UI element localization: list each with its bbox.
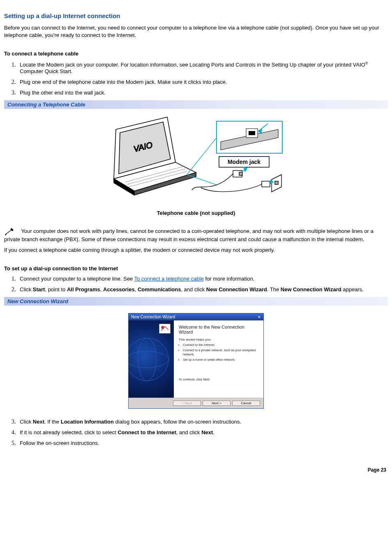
telephone-cable-illustration: VAIO Modem jack — [106, 113, 286, 207]
step-text: Connect your computer to a telephone lin… — [20, 276, 134, 282]
list-item: Click Next. If the Location Information … — [17, 419, 388, 425]
step-text: dialog box appears, follow the on-screen… — [114, 419, 241, 425]
step-text: Click — [20, 286, 33, 292]
svg-point-30 — [161, 326, 164, 329]
wizard-title-text: New Connection Wizard — [131, 315, 175, 319]
bold-text: Connect to the Internet — [118, 429, 176, 435]
registered-mark: ® — [365, 61, 368, 65]
list-item: Plug one end of the telephone cable into… — [17, 79, 388, 85]
step-text: appears. — [341, 286, 364, 292]
list-item: Connect your computer to a telephone lin… — [17, 276, 388, 282]
step-text: , — [135, 286, 138, 292]
step-text: for more information. — [204, 276, 255, 282]
step-text: , and click — [181, 286, 206, 292]
step-text: , and click — [176, 429, 201, 435]
bold-text: New Connection Wizard — [206, 286, 267, 292]
svg-point-27 — [129, 338, 168, 381]
bold-text: Communications — [138, 286, 181, 292]
step-text: . The — [267, 286, 281, 292]
bold-text: Next — [201, 429, 213, 435]
step-text: , point to — [45, 286, 67, 292]
list-item: Plug the other end into the wall jack. — [17, 90, 388, 96]
note-text: Your computer does not work with party l… — [4, 228, 374, 242]
wizard-back-button: < Back — [173, 401, 201, 406]
step-text: Plug one end of the telephone cable into… — [20, 79, 227, 85]
figure-caption-bar: Connecting a Telephone Cable — [4, 100, 388, 109]
wizard-heading: Welcome to the New Connection Wizard — [179, 325, 259, 334]
intro-paragraph: Before you can connect to the Internet, … — [4, 24, 388, 39]
svg-line-10 — [187, 175, 217, 185]
note-splitter: If you connect a telephone cable coming … — [4, 246, 388, 254]
wizard-continue-text: To continue, click Next. — [179, 378, 259, 381]
step-text: . — [213, 429, 214, 435]
steps-dialup: Connect your computer to a telephone lin… — [13, 276, 388, 293]
list-item: Locate the Modem jack on your computer. … — [17, 61, 388, 74]
svg-line-9 — [187, 138, 217, 175]
figure-caption-bar-wizard: New Connection Wizard — [4, 297, 388, 306]
wizard-side-graphic — [129, 320, 174, 398]
svg-rect-23 — [275, 181, 278, 184]
svg-rect-19 — [239, 172, 242, 175]
wizard-cancel-button: Cancel — [232, 401, 260, 406]
wizard-next-button: Next > — [203, 401, 231, 406]
bold-text: All Programs — [67, 286, 100, 292]
bold-text: Start — [33, 286, 45, 292]
list-item: If it is not already selected, click to … — [17, 429, 388, 436]
steps-dialup-cont: Click Next. If the Location Information … — [13, 419, 388, 447]
step-text: Plug the other end into the wall jack. — [20, 90, 106, 96]
svg-point-28 — [129, 351, 168, 368]
subhead-dialup: To set up a dial-up connection to the In… — [4, 265, 388, 272]
bold-text: Accessories — [103, 286, 135, 292]
list-item: Follow the on-screen instructions. — [17, 440, 388, 447]
svg-point-29 — [138, 338, 156, 381]
bold-text: Next — [33, 419, 44, 425]
wizard-figure: New Connection Wizard ✕ Welcome to the N… — [4, 306, 388, 415]
page-number: Page 23 — [4, 467, 388, 473]
step-text: Click — [20, 419, 33, 425]
step-text: If it is not already selected, click to … — [20, 429, 118, 435]
list-item: Click Start, point to All Programs, Acce… — [17, 286, 388, 293]
wizard-side-icon — [159, 324, 171, 334]
note-icon — [4, 228, 16, 236]
wizard-titlebar: New Connection Wizard ✕ — [129, 313, 263, 320]
step-text: Follow the on-screen instructions. — [20, 440, 99, 446]
section-title: Setting up a dial-up Internet connection — [4, 12, 388, 19]
bold-text: Location Information — [61, 419, 114, 425]
wizard-bullet: Connect to a private network, such as yo… — [183, 348, 259, 356]
step-text: Locate the Modem jack on your computer. … — [20, 62, 365, 68]
figure-telephone-cable: VAIO Modem jack — [4, 109, 388, 218]
link-connect-cable[interactable]: To connect a telephone cable — [134, 276, 204, 282]
bold-text: New Connection Wizard — [281, 286, 341, 292]
note-block: Your computer does not work with party l… — [4, 228, 388, 243]
wizard-bullet: Connect to the Internet. — [183, 343, 259, 347]
wizard-lede: This wizard helps you: — [179, 338, 259, 341]
svg-rect-24 — [262, 181, 270, 187]
step-text: Computer Quick Start. — [20, 68, 73, 74]
modem-jack-label: Modem jack — [228, 159, 261, 165]
svg-rect-14 — [249, 131, 255, 135]
figure-caption-text: Telephone cable (not supplied) — [4, 210, 388, 216]
step-text: . If the — [44, 419, 61, 425]
step-text: , — [100, 286, 103, 292]
wizard-bullet: Set up a home or small office network. — [183, 358, 259, 362]
svg-marker-21 — [244, 167, 247, 171]
wizard-window: New Connection Wizard ✕ Welcome to the N… — [128, 313, 264, 409]
steps-connect-cable: Locate the Modem jack on your computer. … — [13, 61, 388, 96]
subhead-connect-cable: To connect a telephone cable — [4, 51, 388, 57]
close-icon: ✕ — [258, 315, 261, 319]
